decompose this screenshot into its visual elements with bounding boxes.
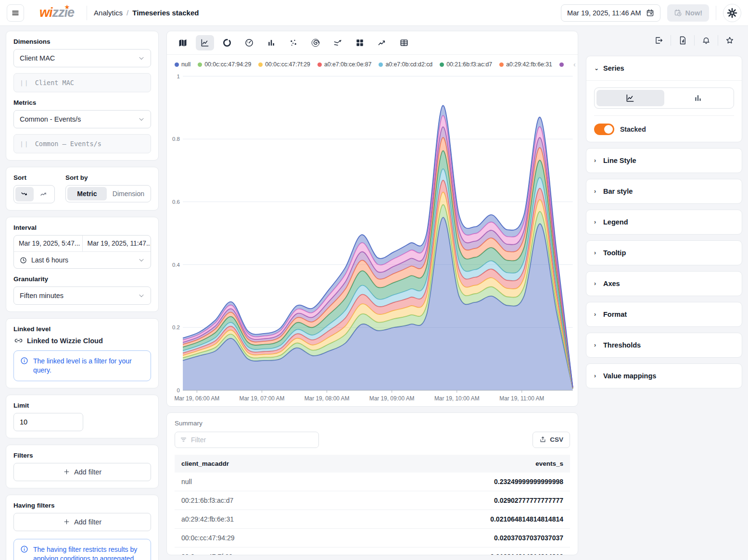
chevron-right-icon: ›: [594, 219, 599, 225]
plus-icon: [63, 468, 70, 475]
interval-preset-value: Last 6 hours: [31, 256, 134, 264]
table-row[interactable]: 00:21:6b:f3:ac:d70.02902777777777777: [175, 491, 570, 510]
legend-item[interactable]: a0:e7:0b:cd:d2:cd: [379, 61, 432, 68]
add-filter-button[interactable]: Add filter: [13, 463, 151, 481]
map-chart-button[interactable]: [174, 35, 192, 50]
trend-chart-icon: [377, 38, 387, 48]
series-section-label: Series: [603, 64, 624, 72]
legend-item[interactable]: 00:0c:cc:47:94:29: [198, 61, 251, 68]
section-format: ›Format: [586, 302, 742, 327]
table-chart-button[interactable]: [395, 35, 413, 50]
section-header[interactable]: ›Thresholds: [586, 333, 742, 357]
legend-item[interactable]: a0:e7:0b:ce:0e:87: [317, 61, 371, 68]
starburst-avatar-icon: [726, 7, 738, 19]
legend-pagination: ‹1/2›: [573, 61, 578, 68]
granularity-select[interactable]: Fiften minutes: [13, 286, 151, 305]
sort-descending-button[interactable]: [15, 187, 34, 201]
legend-dot: [198, 62, 202, 67]
metrics-select[interactable]: Common - Events/s: [13, 110, 151, 128]
scatter-chart-button[interactable]: [284, 35, 303, 50]
breadcrumb: Analytics / Timeseries stacked: [94, 9, 199, 17]
summary-card: Summary CSV client_macaddr events_s: [166, 412, 578, 555]
summary-filter-input[interactable]: [191, 436, 314, 444]
chart-svg: 00.20.40.60.81Mar 19, 06:00 AMMar 19, 07…: [167, 69, 578, 406]
map-chart-icon: [178, 38, 188, 48]
table-row[interactable]: 00:0c:cc:47:7f:290.019814814814814813: [175, 547, 570, 555]
section-header[interactable]: ›Axes: [586, 272, 742, 296]
section-header[interactable]: ›Format: [586, 302, 742, 326]
star-button[interactable]: [718, 33, 741, 48]
legend-item[interactable]: null: [175, 61, 190, 68]
interval-to-field[interactable]: Mar 19, 2025, 11:47...: [83, 236, 151, 251]
table-row[interactable]: null0.23249999999999998: [175, 473, 570, 491]
treemap-chart-button[interactable]: [351, 35, 369, 50]
csv-export-button[interactable]: CSV: [532, 432, 570, 448]
table-row[interactable]: a0:29:42:fb:6e:310.021064814814814814: [175, 510, 570, 528]
settings-accordions: ›Line Style›Bar style›Legend›Tooltip›Axe…: [586, 148, 742, 388]
bar-chart-button[interactable]: [262, 35, 280, 50]
summary-filter-field[interactable]: [175, 432, 319, 448]
avatar[interactable]: [723, 4, 741, 22]
cell-client-macaddr: 00:0c:cc:47:94:29: [175, 528, 347, 547]
datetime-picker[interactable]: Mar 19, 2025, 11:46 AM: [561, 4, 660, 22]
linked-level-value: Linked to Wizzie Cloud: [27, 337, 103, 345]
section-value-mappings: ›Value mappings: [586, 363, 742, 388]
dimension-chip[interactable]: || Client MAC: [13, 73, 151, 92]
add-having-filter-button[interactable]: Add filter: [13, 513, 151, 531]
drag-handle-icon[interactable]: ||: [20, 79, 29, 87]
column-events-s[interactable]: events_s: [347, 455, 570, 473]
svg-text:1: 1: [177, 74, 180, 79]
line-chart-button[interactable]: [196, 35, 214, 50]
export-button[interactable]: [647, 33, 671, 48]
section-header[interactable]: ›Value mappings: [586, 364, 742, 388]
dimensions-select[interactable]: Client MAC: [13, 49, 151, 67]
series-type-line-button[interactable]: [596, 90, 664, 106]
chevron-down-icon: [138, 116, 145, 123]
summary-title: Summary: [175, 420, 570, 427]
dimensions-metrics-card: Dimensions Client MAC || Client MAC Metr…: [6, 31, 159, 161]
chart-card: null00:0c:cc:47:94:2900:0c:cc:47:7f:29a0…: [166, 31, 578, 407]
section-header[interactable]: ›Bar style: [586, 179, 742, 203]
app-logo[interactable]: wizzie ★: [31, 5, 80, 20]
spiral-chart-button[interactable]: [306, 35, 325, 50]
donut-chart-button[interactable]: [218, 35, 236, 50]
limit-input[interactable]: [13, 413, 83, 431]
legend-prev-button[interactable]: ‹: [573, 61, 576, 68]
trend-chart-button[interactable]: [373, 35, 391, 50]
table-row[interactable]: 00:0c:cc:47:94:290.02037037037037037: [175, 528, 570, 547]
interval-preset-select[interactable]: Last 6 hours: [14, 252, 151, 268]
section-label: Value mappings: [603, 372, 656, 380]
stacked-toggle[interactable]: [594, 124, 614, 135]
breadcrumb-section[interactable]: Analytics: [94, 9, 123, 17]
section-header[interactable]: ›Line Style: [586, 149, 742, 173]
interval-from-field[interactable]: Mar 19, 2025, 5:47...: [14, 236, 83, 251]
gauge-chart-button[interactable]: [240, 35, 258, 50]
series-type-bar-button[interactable]: [664, 90, 732, 106]
sort-by-dimension-button[interactable]: Dimension: [108, 187, 149, 200]
series-section-header[interactable]: ⌄ Series: [586, 56, 742, 80]
sankey-chart-button[interactable]: [329, 35, 347, 50]
section-line-style: ›Line Style: [586, 148, 742, 173]
svg-text:0: 0: [177, 387, 180, 393]
drag-handle-icon[interactable]: ||: [20, 140, 29, 148]
column-client-macaddr[interactable]: client_macaddr: [175, 455, 347, 473]
legend-dot: [499, 62, 504, 67]
legend-item[interactable]: 00:0c:cc:47:7f:29: [258, 61, 310, 68]
sort-by-metric-button[interactable]: Metric: [67, 187, 107, 200]
logo-part-gray: zzie: [52, 5, 75, 20]
section-header[interactable]: ›Tooltip: [586, 241, 742, 265]
report-button[interactable]: [671, 33, 694, 48]
plus-icon: [63, 518, 70, 525]
donut-chart-icon: [222, 38, 232, 48]
bell-button[interactable]: [695, 33, 718, 48]
now-button[interactable]: Now!: [667, 4, 709, 22]
stacked-area-chart[interactable]: 00.20.40.60.81Mar 19, 06:00 AMMar 19, 07…: [167, 69, 578, 406]
sort-ascending-button[interactable]: [35, 187, 53, 201]
metric-chip[interactable]: || Common — Events/s: [13, 134, 151, 153]
legend-item[interactable]: 00:21:6b:f3:ac:d7: [440, 61, 492, 68]
section-header[interactable]: ›Legend: [586, 210, 742, 234]
legend-item[interactable]: [559, 62, 566, 67]
add-having-filter-label: Add filter: [74, 518, 101, 526]
hamburger-menu-button[interactable]: [7, 4, 24, 22]
legend-item[interactable]: a0:29:42:fb:6e:31: [499, 61, 552, 68]
